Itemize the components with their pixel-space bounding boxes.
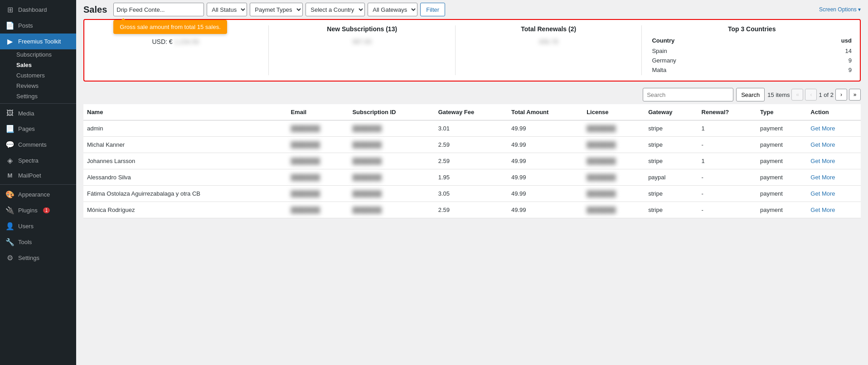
sidebar-label-plugins: Plugins xyxy=(18,207,38,214)
cell-action[interactable]: Get More xyxy=(807,186,861,202)
blurred-value: ███████ xyxy=(352,174,381,181)
action-link[interactable]: Get More xyxy=(810,207,835,213)
total-renewals-title: Total Renewals (2) xyxy=(465,25,632,33)
comments-icon: 💬 xyxy=(5,140,15,149)
pagination: 15 items « ‹ 1 of 2 › » xyxy=(767,89,861,101)
sidebar-label-appearance: Appearance xyxy=(18,191,50,198)
sidebar-label-mailpoet: MailPoet xyxy=(18,172,41,179)
cell-name: admin xyxy=(83,120,287,137)
cell-action[interactable]: Get More xyxy=(807,120,861,137)
sidebar-item-reviews[interactable]: Reviews xyxy=(0,81,76,91)
sidebar-label-settings: Settings xyxy=(18,255,39,261)
status-filter[interactable]: All Status Active Inactive xyxy=(207,3,247,16)
cell-action[interactable]: Get More xyxy=(807,202,861,218)
sidebar-label-freemius: Freemius Toolkit xyxy=(18,38,61,45)
cell-action[interactable]: Get More xyxy=(807,169,861,186)
col-header-gateway: Gateway xyxy=(645,104,698,120)
gateway-filter[interactable]: All Gateways Stripe PayPal xyxy=(368,3,417,16)
pagination-page-info: 1 of 2 xyxy=(819,91,834,98)
action-link[interactable]: Get More xyxy=(810,125,835,132)
content-filter-input[interactable] xyxy=(113,3,204,16)
cell-gateway-fee: 3.05 xyxy=(435,186,508,202)
posts-icon: 📄 xyxy=(5,21,15,30)
sidebar-item-tools[interactable]: 🔧 Tools xyxy=(0,234,76,250)
sidebar-item-spectra[interactable]: ◈ Spectra xyxy=(0,153,76,168)
total-renewals-amount: 456.78 xyxy=(539,38,558,45)
pagination-prev-btn[interactable]: ‹ xyxy=(805,89,817,101)
pagination-next-btn[interactable]: › xyxy=(835,89,847,101)
col-header-gateway-fee: Gateway Fee xyxy=(435,104,508,120)
cell-renewal: 1 xyxy=(698,120,757,137)
cell-type: payment xyxy=(756,169,807,186)
sidebar-label-spectra: Spectra xyxy=(18,157,39,164)
sidebar-item-settings[interactable]: ⚙ Settings xyxy=(0,250,76,266)
sidebar-item-freemius[interactable]: ▶ Freemius Toolkit xyxy=(0,34,76,49)
tools-icon: 🔧 xyxy=(5,238,15,246)
cell-renewal: - xyxy=(698,137,757,153)
appearance-icon: 🎨 xyxy=(5,190,15,199)
blurred-value: ███████ xyxy=(587,207,616,213)
cell-license: ███████ xyxy=(583,137,645,153)
pagination-count: 15 items xyxy=(767,91,790,98)
blurred-value: ███████ xyxy=(291,207,320,213)
new-subscriptions-card: New Subscriptions (13) 987.65 xyxy=(269,25,455,75)
blurred-value: ███████ xyxy=(352,158,381,164)
cell-gateway-fee: 2.59 xyxy=(435,137,508,153)
sidebar-item-sales[interactable]: Sales xyxy=(0,60,76,70)
search-pagination-bar: Search 15 items « ‹ 1 of 2 › » xyxy=(76,85,868,104)
action-link[interactable]: Get More xyxy=(810,174,835,181)
cell-name: Alessandro Silva xyxy=(83,169,287,186)
data-table-wrap: NameEmailSubscription IDGateway FeeTotal… xyxy=(76,104,868,365)
col-header-total-amount: Total Amount xyxy=(508,104,583,120)
search-button[interactable]: Search xyxy=(736,88,765,101)
sidebar-item-settings-f[interactable]: Settings xyxy=(0,91,76,101)
action-link[interactable]: Get More xyxy=(810,190,835,197)
sidebar-item-subscriptions[interactable]: Subscriptions xyxy=(0,49,76,60)
sidebar-item-plugins[interactable]: 🔌 Plugins 1 xyxy=(0,202,76,218)
cell-action[interactable]: Get More xyxy=(807,137,861,153)
sidebar-item-comments[interactable]: 💬 Comments xyxy=(0,137,76,153)
cell-renewal: 1 xyxy=(698,153,757,169)
pagination-first-btn[interactable]: « xyxy=(791,89,803,101)
action-link[interactable]: Get More xyxy=(810,141,835,148)
spectra-icon: ◈ xyxy=(5,156,15,165)
col-header-email: Email xyxy=(287,104,349,120)
cell-total-amount: 49.99 xyxy=(508,153,583,169)
cell-email: ███████ xyxy=(287,137,349,153)
sidebar-item-pages[interactable]: 📃 Pages xyxy=(0,121,76,137)
search-input[interactable] xyxy=(643,88,733,101)
action-link[interactable]: Get More xyxy=(810,158,835,164)
sidebar-item-mailpoet[interactable]: M MailPoet xyxy=(0,168,76,182)
cell-subscription-id: ███████ xyxy=(349,137,434,153)
cell-name: Fátima Ostolaza Aguirrezabalaga y otra C… xyxy=(83,186,287,202)
cell-type: payment xyxy=(756,120,807,137)
cell-gateway: paypal xyxy=(645,169,698,186)
cell-license: ███████ xyxy=(583,169,645,186)
cell-type: payment xyxy=(756,202,807,218)
cell-gateway-fee: 3.01 xyxy=(435,120,508,137)
country-name: Malta xyxy=(652,66,790,74)
filter-button[interactable]: Filter xyxy=(420,3,445,16)
sidebar-item-users[interactable]: 👤 Users xyxy=(0,218,76,234)
cell-name: Michal Kanner xyxy=(83,137,287,153)
sidebar-item-appearance[interactable]: 🎨 Appearance xyxy=(0,187,76,202)
sidebar-item-media[interactable]: 🖼 Media xyxy=(0,106,76,121)
sidebar-label-posts: Posts xyxy=(18,22,33,29)
sidebar-label-media: Media xyxy=(18,110,34,117)
pages-icon: 📃 xyxy=(5,125,15,133)
cell-gateway: stripe xyxy=(645,153,698,169)
country-filter[interactable]: Select a Country Spain Germany xyxy=(305,3,365,16)
cell-action[interactable]: Get More xyxy=(807,153,861,169)
settings-icon: ⚙ xyxy=(5,254,15,262)
payment-types-filter[interactable]: Paymet Types One-Time Subscription xyxy=(250,3,303,16)
sidebar-item-posts[interactable]: 📄 Posts xyxy=(0,18,76,34)
total-renewals-card: Total Renewals (2) 456.78 xyxy=(456,25,642,75)
screen-options-button[interactable]: Screen Options ▾ xyxy=(819,6,861,13)
table-row: Johannes Larsson██████████████2.5949.99█… xyxy=(83,153,861,169)
col-header-type: Type xyxy=(756,104,807,120)
pagination-last-btn[interactable]: » xyxy=(849,89,861,101)
sidebar-item-customers[interactable]: Customers xyxy=(0,70,76,81)
cell-gateway-fee: 2.59 xyxy=(435,202,508,218)
sidebar-item-dashboard[interactable]: ⊞ Dashboard xyxy=(0,2,76,18)
col-header-renewal-: Renewal? xyxy=(698,104,757,120)
